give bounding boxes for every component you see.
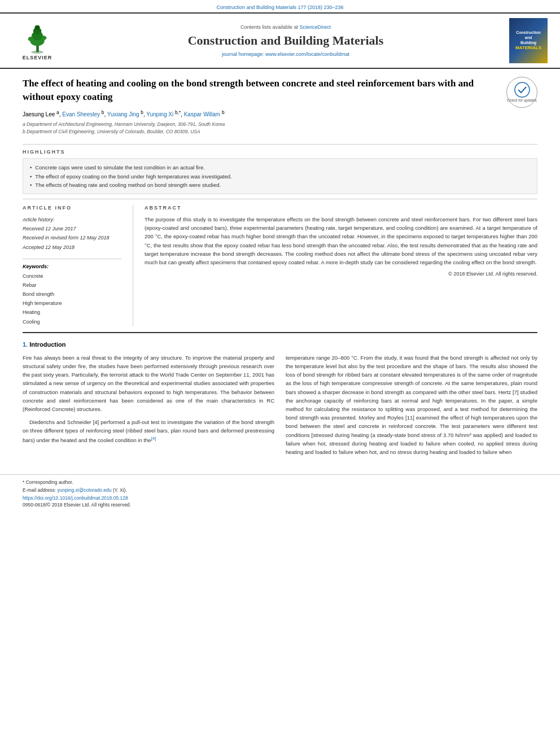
elsevier-wordmark: ELSEVIER	[23, 55, 53, 60]
divider-3	[23, 332, 537, 333]
divider-2	[23, 199, 537, 199]
article-title-area: The effect of heating and cooling on the…	[23, 77, 497, 138]
journal-header: ELSEVIER Contents lists available at Sci…	[0, 12, 560, 69]
divider-1	[23, 144, 537, 145]
highlights-label: HIGHLIGHTS	[23, 149, 537, 155]
sciencedirect-link[interactable]: ScienceDirect	[300, 24, 331, 30]
check-updates-badge[interactable]: Check for updates	[506, 77, 537, 108]
keyword-6: Cooling	[23, 317, 121, 326]
email-line: E-mail address: yunping.xi@colorado.edu …	[23, 487, 537, 493]
highlight-2: The effect of epoxy coating on the bond …	[30, 172, 530, 181]
author-jaesung: Jaesung Lee	[23, 111, 56, 117]
keywords-list: Concrete Rebar Bond strength High temper…	[23, 272, 121, 326]
check-updates-icon	[514, 81, 531, 98]
received-date: Received 12 June 2017	[23, 224, 121, 233]
intro-section-title: 1. Introduction	[23, 341, 537, 348]
svg-point-8	[515, 82, 530, 97]
author-yunping[interactable]: Yunping Xi	[146, 111, 175, 117]
intro-col-right: temperature range 20–800 °C. From the st…	[286, 353, 537, 461]
journal-badge-area: Construction and Building MATERIALS	[506, 18, 551, 63]
intro-p1: Fire has always been a real threat to th…	[23, 353, 274, 413]
top-citation: Construction and Building Materials 177 …	[0, 0, 560, 12]
main-content: The effect of heating and cooling on the…	[0, 69, 560, 469]
accepted-date: Accepted 12 May 2018	[23, 243, 121, 252]
homepage-url[interactable]: www.elsevier.com/locate/conbuildmat	[265, 51, 349, 57]
authors: Jaesung Lee a, Evan Sheesley b, Yuxiang …	[23, 110, 497, 117]
article-info-col: ARTICLE INFO Article history: Received 1…	[23, 205, 121, 326]
affiliation-a: a Department of Architectural Engineerin…	[23, 121, 497, 128]
footer: * Corresponding author. E-mail address: …	[0, 474, 560, 512]
intro-body: Fire has always been a real threat to th…	[23, 353, 537, 461]
elsevier-tree-icon	[22, 25, 53, 54]
abstract-text: The purpose of this study is to investig…	[145, 215, 537, 267]
ref-4[interactable]: [4]	[151, 436, 156, 441]
intro-col-left: Fire has always been a real threat to th…	[23, 353, 274, 461]
journal-header-center: Contents lists available at ScienceDirec…	[65, 18, 506, 63]
info-abstract-section: ARTICLE INFO Article history: Received 1…	[23, 205, 537, 326]
email-link[interactable]: yunping.xi@colorado.edu	[57, 487, 111, 493]
highlights-section: HIGHLIGHTS Concrete caps were used to si…	[23, 149, 537, 194]
check-updates-label: Check for updates	[507, 98, 537, 103]
article-history: Article history: Received 12 June 2017 R…	[23, 215, 121, 252]
abstract-label: ABSTRACT	[145, 205, 537, 211]
contents-available: Contents lists available at ScienceDirec…	[240, 24, 331, 30]
keyword-1: Concrete	[23, 272, 121, 281]
keyword-2: Rebar	[23, 281, 121, 290]
journal-homepage: journal homepage: www.elsevier.com/locat…	[222, 51, 349, 57]
revised-date: Received in revised form 12 May 2018	[23, 233, 121, 242]
page: Construction and Building Materials 177 …	[0, 0, 560, 747]
corresponding-note: * Corresponding author.	[23, 479, 537, 485]
doi-link[interactable]: https://doi.org/10.1016/j.conbuildmat.20…	[23, 495, 537, 501]
affiliation-b: b Department of Civil Engineering, Unive…	[23, 128, 497, 136]
intro-right-p1: temperature range 20–800 °C. From the st…	[286, 353, 537, 456]
copyright: © 2018 Elsevier Ltd. All rights reserved…	[145, 271, 537, 277]
col-divider	[133, 205, 133, 326]
affiliations: a Department of Architectural Engineerin…	[23, 121, 497, 136]
journal-title: Construction and Building Materials	[188, 33, 384, 48]
article-info-label: ARTICLE INFO	[23, 205, 121, 211]
elsevier-logo: ELSEVIER	[15, 21, 60, 60]
author-evan[interactable]: Evan Sheesley	[62, 111, 102, 117]
elsevier-logo-area: ELSEVIER	[9, 18, 65, 63]
journal-citation: Construction and Building Materials 177 …	[216, 5, 343, 10]
author-kaspar[interactable]: Kaspar Willam	[184, 111, 222, 117]
abstract-col: ABSTRACT The purpose of this study is to…	[145, 205, 537, 326]
svg-point-1	[31, 51, 43, 54]
article-title-section: The effect of heating and cooling on the…	[23, 77, 537, 138]
keyword-5: Heating	[23, 308, 121, 317]
section-number: 1.	[23, 341, 28, 348]
info-divider	[23, 259, 121, 259]
history-label: Article history:	[23, 215, 121, 224]
article-title: The effect of heating and cooling on the…	[23, 77, 497, 104]
author-yuxiang[interactable]: Yuxiang Jing	[107, 111, 141, 117]
highlight-3: The effects of heating rate and cooling …	[30, 181, 530, 189]
section-title-text: Introduction	[29, 341, 65, 348]
keywords-label: Keywords:	[23, 264, 121, 269]
keyword-3: Bond strength	[23, 290, 121, 299]
journal-badge: Construction and Building MATERIALS	[509, 18, 548, 63]
issn-line: 0950-0618/© 2018 Elsevier Ltd. All right…	[23, 502, 537, 508]
keyword-4: High temperature	[23, 299, 121, 308]
highlight-1: Concrete caps were used to simulate the …	[30, 163, 530, 172]
badge-text: Construction and Building MATERIALS	[515, 30, 541, 51]
intro-p2: Diederichs and Schneider [4] performed a…	[23, 418, 274, 444]
highlights-box: Concrete caps were used to simulate the …	[23, 158, 537, 194]
